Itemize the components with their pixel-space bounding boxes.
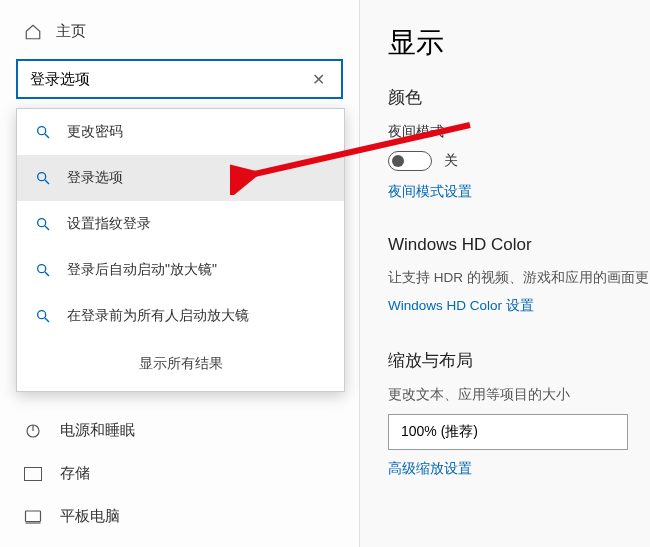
clear-icon[interactable]: ✕ <box>306 66 331 93</box>
sidebar-item-label: 电源和睡眠 <box>60 421 135 440</box>
scale-dropdown[interactable]: 100% (推荐) <box>388 414 628 450</box>
suggestion-item[interactable]: 更改密码 <box>17 109 344 155</box>
search-box[interactable]: ✕ <box>16 59 343 99</box>
section-heading-scale: 缩放与布局 <box>388 349 650 372</box>
suggestion-label: 设置指纹登录 <box>67 215 151 233</box>
power-icon <box>24 422 42 440</box>
sidebar-item-tablet[interactable]: 平板电脑 <box>0 495 359 538</box>
section-heading-color: 颜色 <box>388 86 650 109</box>
show-all-results[interactable]: 显示所有结果 <box>17 339 344 391</box>
page-title: 显示 <box>388 24 650 62</box>
suggestion-label: 登录后自动启动"放大镜" <box>67 261 217 279</box>
toggle-state: 关 <box>444 152 458 170</box>
svg-rect-12 <box>26 511 41 522</box>
hd-description: 让支持 HDR 的视频、游戏和应用的画面更 <box>388 269 650 287</box>
svg-line-5 <box>45 226 49 230</box>
search-icon <box>35 262 51 278</box>
home-link[interactable]: 主页 <box>0 12 359 59</box>
search-icon <box>35 216 51 232</box>
suggestion-item[interactable]: 登录后自动启动"放大镜" <box>17 247 344 293</box>
sidebar-item-power[interactable]: 电源和睡眠 <box>0 409 359 452</box>
advanced-scale-link[interactable]: 高级缩放设置 <box>388 460 650 478</box>
search-icon <box>35 170 51 186</box>
search-suggestions: 更改密码 登录选项 设置指纹登录 登录后自动启动"放大镜" 在登录前为所有人启动… <box>16 108 345 392</box>
night-mode-label: 夜间模式 <box>388 123 650 141</box>
svg-point-4 <box>38 219 46 227</box>
home-label: 主页 <box>56 22 86 41</box>
suggestion-item[interactable]: 登录选项 <box>17 155 344 201</box>
search-input[interactable] <box>30 71 306 88</box>
svg-point-0 <box>38 127 46 135</box>
svg-line-1 <box>45 134 49 138</box>
svg-line-7 <box>45 272 49 276</box>
suggestion-label: 登录选项 <box>67 169 123 187</box>
tablet-icon <box>24 509 42 525</box>
svg-line-9 <box>45 318 49 322</box>
suggestion-label: 在登录前为所有人启动放大镜 <box>67 307 249 325</box>
sidebar-item-label: 存储 <box>60 464 90 483</box>
sidebar-item-storage[interactable]: 存储 <box>0 452 359 495</box>
svg-line-3 <box>45 180 49 184</box>
scale-description: 更改文本、应用等项目的大小 <box>388 386 650 404</box>
hd-color-settings-link[interactable]: Windows HD Color 设置 <box>388 297 650 315</box>
svg-point-6 <box>38 265 46 273</box>
svg-point-8 <box>38 311 46 319</box>
suggestion-item[interactable]: 设置指纹登录 <box>17 201 344 247</box>
suggestion-label: 更改密码 <box>67 123 123 141</box>
search-icon <box>35 124 51 140</box>
night-mode-toggle[interactable] <box>388 151 432 171</box>
sidebar-item-label: 平板电脑 <box>60 507 120 526</box>
storage-icon <box>24 467 42 481</box>
home-icon <box>24 23 42 41</box>
suggestion-item[interactable]: 在登录前为所有人启动放大镜 <box>17 293 344 339</box>
svg-point-2 <box>38 173 46 181</box>
search-icon <box>35 308 51 324</box>
night-mode-settings-link[interactable]: 夜间模式设置 <box>388 183 650 201</box>
section-heading-hdcolor: Windows HD Color <box>388 235 650 255</box>
